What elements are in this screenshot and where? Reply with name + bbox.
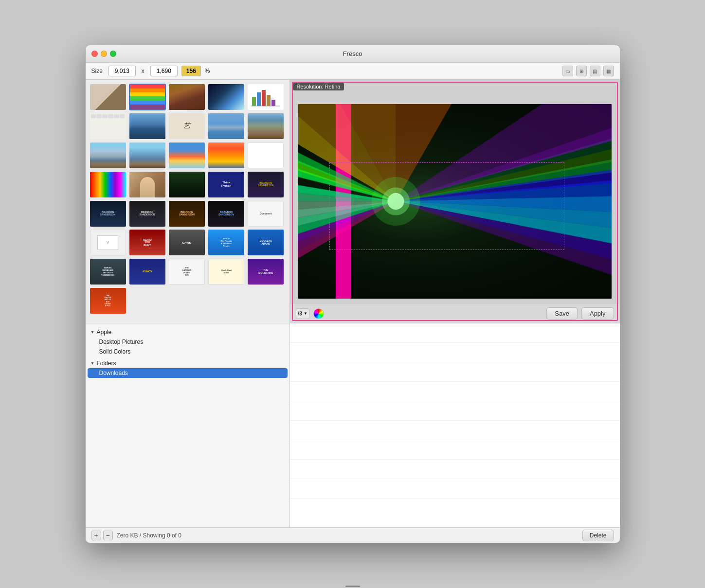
delete-button[interactable]: Delete <box>582 530 614 541</box>
maximize-button[interactable] <box>110 51 116 57</box>
save-button[interactable]: Save <box>546 307 578 320</box>
sidebar-item-downloads[interactable]: Downloads <box>88 368 288 378</box>
apple-arrow-icon: ▼ <box>90 330 95 335</box>
main-area: 艺 <box>86 80 620 323</box>
view-single-button[interactable]: ▭ <box>562 66 573 76</box>
thumb-portrait[interactable] <box>129 171 166 198</box>
thumb-book-howto[interactable]: How toWin Friends& InfluencePeople <box>208 229 245 256</box>
view-list-button[interactable]: ▤ <box>590 66 600 76</box>
thumb-book-catcher[interactable]: THECATCHERIN THERYE <box>168 258 205 285</box>
sidebar-folders-header[interactable]: ▼ Folders <box>86 358 289 368</box>
thumb-icons-sheet[interactable] <box>90 113 127 140</box>
view-detail-icon: ▦ <box>606 69 611 74</box>
thumb-wood[interactable] <box>168 84 205 110</box>
view-detail-button[interactable]: ▦ <box>603 66 614 76</box>
sidebar-item-desktop-pictures[interactable]: Desktop Pictures <box>86 337 289 347</box>
thumb-rainbow[interactable] <box>168 142 205 169</box>
percent-symbol: % <box>205 68 210 74</box>
thumb-chart[interactable] <box>247 84 284 110</box>
thumb-book-sanderson5[interactable]: BRANDONSANDERSON <box>208 200 245 227</box>
thumb-mountain-range[interactable] <box>247 113 284 140</box>
sidebar-group-apple: ▼ Apple Desktop Pictures Solid Colors <box>86 327 289 356</box>
minimize-button[interactable] <box>101 51 107 57</box>
file-list-row-5 <box>290 401 620 421</box>
size-separator: x <box>142 68 145 74</box>
thumb-book-subtle[interactable]: THESUBTLEART OFNOTGIVINGA PICK <box>90 287 127 314</box>
width-input[interactable] <box>108 66 136 76</box>
file-list-area[interactable] <box>290 323 620 527</box>
thumbnail-grid[interactable]: 艺 <box>86 80 289 319</box>
thumb-colorful-bars[interactable] <box>90 171 127 198</box>
svg-rect-1 <box>257 92 261 106</box>
view-list-icon: ▤ <box>593 69 597 74</box>
thumb-book-edgedancer[interactable]: BRANDONSANDERSON <box>90 200 127 227</box>
thumb-book-murakami[interactable]: HARUKIMURAKAMITHE GODSTHEMSELVES <box>90 258 127 285</box>
thumb-book-white2[interactable]: V <box>90 229 127 256</box>
bottom-section: ▼ Apple Desktop Pictures Solid Colors ▼ … <box>86 323 620 527</box>
close-button[interactable] <box>91 51 98 57</box>
thumb-calligraphy[interactable]: 艺 <box>168 113 205 140</box>
thumb-book-sanderson4[interactable]: BRANDONSANDERSON <box>168 200 205 227</box>
status-text: Zero KB / Showing 0 of 0 <box>117 532 181 539</box>
file-list-row-1 <box>290 323 620 343</box>
gear-icon: ⚙ <box>297 310 303 317</box>
file-list-row-2 <box>290 343 620 362</box>
file-list-row-3 <box>290 362 620 382</box>
thumb-book-white1[interactable]: Document <box>247 200 284 227</box>
thumb-book-douglas[interactable]: DOUGLASADAMS <box>247 229 284 256</box>
file-list-row-9 <box>290 479 620 499</box>
sidebar-apple-header[interactable]: ▼ Apple <box>86 327 289 337</box>
thumb-sunset-mountain[interactable] <box>208 142 245 169</box>
svg-rect-2 <box>262 90 266 106</box>
preview-bottom-bar: ⚙ ▼ Save Apply <box>290 303 620 323</box>
svg-rect-4 <box>271 100 275 106</box>
thumb-colorlist[interactable] <box>129 84 166 110</box>
apple-label: Apple <box>96 329 111 336</box>
file-list-row-8 <box>290 460 620 479</box>
thumb-person[interactable] <box>90 84 127 110</box>
remove-button[interactable]: − <box>103 531 113 540</box>
remove-icon: − <box>106 532 109 539</box>
sidebar: ▼ Apple Desktop Pictures Solid Colors ▼ … <box>86 323 290 527</box>
color-wheel-button[interactable] <box>313 308 324 319</box>
thumb-book-sanderson3[interactable]: BRANDONSANDERSON <box>129 200 166 227</box>
window-title: Fresco <box>343 50 362 57</box>
thumb-forest-dark[interactable] <box>168 171 205 198</box>
thumb-teton2[interactable] <box>129 142 166 169</box>
file-list-row-6 <box>290 421 620 440</box>
height-input[interactable] <box>150 66 178 76</box>
view-single-icon: ▭ <box>565 69 570 74</box>
thumb-tetons[interactable] <box>90 142 127 169</box>
thumb-city-skyline[interactable] <box>129 113 166 140</box>
settings-button[interactable]: ⚙ ▼ <box>296 308 309 319</box>
view-grid-button[interactable]: ⊞ <box>576 66 587 76</box>
titlebar: Fresco <box>86 45 620 63</box>
resolution-badge: Resolution: Retina <box>293 83 344 90</box>
thumb-blank-white[interactable] <box>247 142 284 169</box>
percent-input[interactable] <box>181 66 201 76</box>
thumb-aurora[interactable] <box>208 84 245 110</box>
preview-image-container <box>298 104 611 299</box>
thumb-book-think-python[interactable]: ThinkPython <box>208 171 245 198</box>
toolbar: Size x % ▭ ⊞ ▤ ▦ <box>86 63 620 80</box>
add-button[interactable]: + <box>91 531 101 540</box>
size-label: Size <box>91 68 103 74</box>
thumb-book-quickstart[interactable]: Quick StartGuide <box>208 258 245 285</box>
svg-rect-0 <box>252 97 256 106</box>
preview-area: Resolution: Retina <box>290 80 620 323</box>
thumb-book-heard[interactable]: HEARDYOUPAINT <box>129 229 166 256</box>
app-window: Fresco Size x % ▭ ⊞ ▤ ▦ <box>85 45 620 543</box>
thumb-lake-mountains[interactable] <box>208 113 245 140</box>
sidebar-item-solid-colors[interactable]: Solid Colors <box>86 347 289 356</box>
solid-colors-label: Solid Colors <box>99 348 131 355</box>
svg-rect-3 <box>267 95 271 106</box>
svg-point-36 <box>371 177 420 226</box>
apply-button[interactable]: Apply <box>581 307 614 320</box>
laser-rays-svg <box>298 104 611 299</box>
thumb-book-asimov[interactable]: ASIMOV <box>129 258 166 285</box>
thumb-book-elantris[interactable]: BRANDONSANDERSON <box>247 171 284 198</box>
thumb-book-dawn[interactable]: DAWN <box>168 229 205 256</box>
add-icon: + <box>94 532 98 539</box>
thumb-book-mountains[interactable]: THEMOUNTAINS <box>247 258 284 285</box>
status-bar: + − Zero KB / Showing 0 of 0 Delete <box>86 527 620 543</box>
